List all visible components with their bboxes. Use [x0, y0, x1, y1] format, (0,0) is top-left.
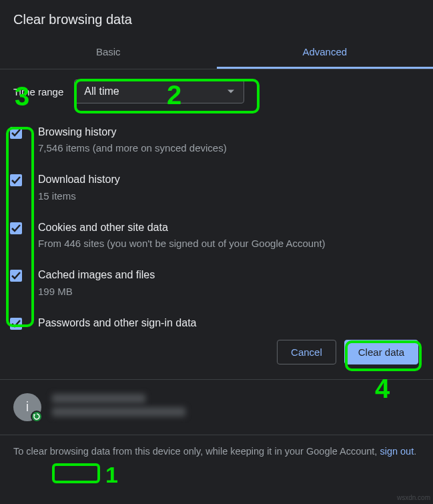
- chevron-down-icon: [228, 90, 234, 93]
- watermark: wsxdn.com: [397, 494, 430, 501]
- account-name-redacted: [52, 394, 145, 403]
- option-cookies[interactable]: Cookies and other site data From 446 sit…: [10, 214, 420, 261]
- clear-data-button[interactable]: Clear data: [344, 340, 418, 364]
- option-subtitle: 199 MB: [38, 284, 155, 298]
- sign-out-link[interactable]: sign out: [380, 446, 414, 457]
- option-title: Cached images and files: [38, 268, 155, 282]
- options-list: Browsing history 7,546 items (and more o…: [0, 118, 433, 330]
- option-download-history[interactable]: Download history 15 items: [10, 166, 420, 213]
- annotation-number-2: 2: [167, 80, 181, 110]
- option-title: Browsing history: [38, 125, 227, 140]
- option-browsing-history[interactable]: Browsing history 7,546 items (and more o…: [10, 118, 420, 166]
- time-range-row: Time range All time: [0, 69, 433, 118]
- note-text: To clear browsing data from this device …: [13, 446, 380, 457]
- checkbox-icon[interactable]: [10, 127, 22, 139]
- cancel-button[interactable]: Cancel: [277, 340, 336, 364]
- option-title: Passwords and other sign-in data: [38, 316, 196, 330]
- tab-basic[interactable]: Basic: [0, 37, 217, 69]
- account-info: [52, 394, 185, 421]
- sign-out-note: To clear browsing data from this device …: [0, 435, 433, 470]
- checkbox-icon[interactable]: [10, 270, 22, 282]
- time-range-select[interactable]: All time: [74, 79, 244, 103]
- avatar: i: [13, 393, 41, 421]
- annotation-number-4: 4: [375, 374, 390, 404]
- option-subtitle: From 446 sites (you won't be signed out …: [38, 236, 326, 250]
- checkbox-icon[interactable]: [10, 222, 22, 234]
- sync-icon: [31, 411, 43, 423]
- option-title: Download history: [38, 172, 120, 187]
- tab-advanced[interactable]: Advanced: [217, 37, 434, 69]
- annotation-number-3: 3: [15, 81, 29, 111]
- note-text-after: .: [414, 446, 416, 457]
- option-subtitle: 15 items: [38, 189, 120, 203]
- option-title: Cookies and other site data: [38, 220, 326, 235]
- account-email-redacted: [52, 407, 185, 417]
- annotation-number-1: 1: [105, 462, 118, 488]
- tab-bar: Basic Advanced: [0, 37, 433, 69]
- time-range-value: All time: [84, 85, 119, 97]
- dialog-buttons: Cancel Clear data: [0, 330, 433, 380]
- dialog-title: Clear browsing data: [0, 0, 433, 37]
- option-cached-images[interactable]: Cached images and files 199 MB: [10, 261, 420, 308]
- option-passwords[interactable]: Passwords and other sign-in data: [10, 309, 420, 330]
- checkbox-icon[interactable]: [10, 174, 22, 186]
- account-row: i: [0, 380, 433, 435]
- option-subtitle: 7,546 items (and more on synced devices): [38, 141, 227, 155]
- checkbox-icon[interactable]: [10, 318, 22, 330]
